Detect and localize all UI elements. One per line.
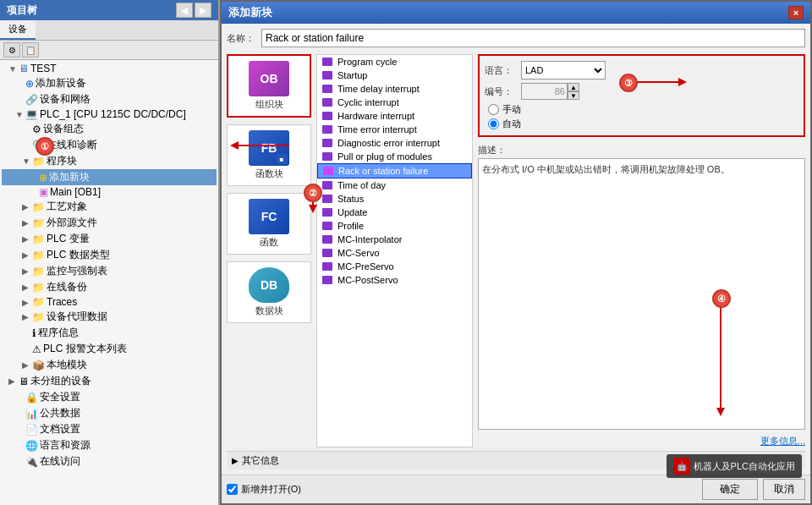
ob-item-status[interactable]: Status bbox=[317, 192, 472, 206]
radio-auto[interactable]: 自动 bbox=[488, 118, 798, 130]
tree-item-online-access[interactable]: 🔌 在线访问 bbox=[2, 453, 217, 469]
tree-item-main-ob1[interactable]: ▣ Main [OB1] bbox=[2, 185, 217, 199]
ob-item-pull-plug[interactable]: Pull or plug of modules bbox=[317, 150, 472, 163]
doc-settings-label: 文档设置 bbox=[40, 422, 80, 436]
tree-item-lang[interactable]: 🌐 语言和资源 bbox=[2, 437, 217, 453]
language-row: 语言： LAD FBD STL SCL bbox=[485, 61, 798, 80]
ungrouped-icon: 🖥 bbox=[19, 376, 29, 387]
radio-manual[interactable]: 手动 bbox=[488, 103, 798, 116]
ob-item-rack-failure[interactable]: Rack or station failure bbox=[317, 163, 472, 178]
ob-icon-mc-interpolator bbox=[322, 235, 332, 244]
tree-item-add-device[interactable]: ⊕ 添加新设备 bbox=[2, 75, 217, 91]
tree-item-tech[interactable]: ▶ 📁 工艺对象 bbox=[2, 199, 217, 215]
ob-icon-update bbox=[322, 208, 332, 217]
ob-item-time-of-day[interactable]: Time of day bbox=[317, 178, 472, 192]
fb-block-type[interactable]: FB ■ 函数块 bbox=[227, 124, 311, 186]
plc-types-icon: 📁 bbox=[32, 250, 45, 261]
toolbar-icon1[interactable]: ⚙ bbox=[3, 42, 20, 58]
plc-var-label: PLC 变量 bbox=[47, 232, 90, 246]
more-info-link[interactable]: 更多信息... bbox=[760, 436, 805, 446]
radio-manual-label: 手动 bbox=[502, 103, 521, 116]
lang-label: 语言和资源 bbox=[40, 438, 91, 453]
toolbar-icon2[interactable]: 📋 bbox=[22, 42, 39, 58]
lang-icon: 🌐 bbox=[25, 440, 38, 452]
tree-item-program-info[interactable]: ℹ 程序信息 bbox=[2, 325, 217, 341]
ob-block-type[interactable]: OB 组织块 bbox=[227, 54, 311, 118]
settings-column: 语言： LAD FBD STL SCL 编号： bbox=[478, 54, 805, 447]
ok-button[interactable]: 确定 bbox=[702, 479, 758, 500]
tree-item-device-proxy[interactable]: ▶ 📁 设备代理数据 bbox=[2, 309, 217, 325]
ob-item-mc-preservo[interactable]: MC-PreServo bbox=[317, 260, 472, 273]
tree-item-program-blocks[interactable]: ▼ 📁 程序块 bbox=[2, 153, 217, 169]
fb-label: 函数块 bbox=[255, 167, 283, 180]
tree-item-plc-alarm[interactable]: ⚠ PLC 报警文本列表 bbox=[2, 341, 217, 357]
plc-alarm-label: PLC 报警文本列表 bbox=[43, 342, 127, 356]
checkbox-label[interactable]: 新增并打开(O) bbox=[227, 483, 301, 496]
radio-manual-input[interactable] bbox=[488, 104, 499, 115]
dialog-body: 名称： OB 组织块 bbox=[222, 24, 810, 475]
other-info-label: 其它信息 bbox=[242, 454, 279, 467]
ob-item-diag-error[interactable]: Diagnostic error interrupt bbox=[317, 136, 472, 150]
tree-item-plc1[interactable]: ▼ 💻 PLC_1 [CPU 1215C DC/DC/DC] bbox=[2, 107, 217, 121]
name-input[interactable] bbox=[261, 29, 805, 47]
tree-item-backup[interactable]: ▶ 📁 在线备份 bbox=[2, 279, 217, 295]
ob-item-cyclic[interactable]: Cyclic interrupt bbox=[317, 96, 472, 109]
tree-item-online-diag[interactable]: 🔍 在线和诊断 bbox=[2, 137, 217, 153]
main-ob1-label: Main [OB1] bbox=[50, 186, 101, 198]
plc-var-icon: 📁 bbox=[32, 233, 45, 245]
tree-item-safety[interactable]: 🔒 安全设置 bbox=[2, 389, 217, 405]
tree-item-test[interactable]: ▼ 🖥 TEST bbox=[2, 62, 217, 75]
tree-item-network[interactable]: 🔗 设备和网络 bbox=[2, 91, 217, 107]
language-select[interactable]: LAD FBD STL SCL bbox=[521, 61, 606, 80]
ob-item-profile[interactable]: Profile bbox=[317, 219, 472, 233]
annotation-4: ④ bbox=[712, 289, 731, 308]
cancel-button[interactable]: 取消 bbox=[763, 479, 805, 500]
tree-item-plc-types[interactable]: ▶ 📁 PLC 数据类型 bbox=[2, 247, 217, 263]
device-tab[interactable]: 设备 bbox=[0, 20, 36, 40]
ob-icon-status bbox=[322, 195, 332, 203]
ob-item-mc-servo[interactable]: MC-Servo bbox=[317, 246, 472, 260]
spin-down[interactable]: ▼ bbox=[568, 91, 579, 100]
safety-icon: 🔒 bbox=[25, 392, 38, 403]
other-info-arrow: ▶ bbox=[232, 456, 239, 465]
add-block-dialog: 添加新块 × 名称： OB 组织块 bbox=[220, 0, 812, 505]
tree-item-monitor[interactable]: ▶ 📁 监控与强制表 bbox=[2, 263, 217, 279]
tree-content: ▼ 🖥 TEST ⊕ 添加新设备 🔗 设备和网络 ▼ 💻 PLC_1 [CPU … bbox=[0, 60, 218, 505]
radio-auto-input[interactable] bbox=[488, 118, 499, 129]
db-block-type[interactable]: DB 数据块 bbox=[227, 261, 311, 323]
ob-item-time-delay[interactable]: Time delay interrupt bbox=[317, 82, 472, 96]
ob-item-update[interactable]: Update bbox=[317, 206, 472, 219]
tech-label: 工艺对象 bbox=[47, 200, 87, 214]
external-icon: 📁 bbox=[32, 217, 45, 229]
collapse-btn[interactable]: ◀ bbox=[176, 3, 193, 18]
ob-icon-profile bbox=[322, 222, 332, 230]
expand-btn[interactable]: ▶ bbox=[195, 3, 211, 18]
tree-item-traces[interactable]: ▶ 📁 Traces bbox=[2, 295, 217, 309]
tree-item-external[interactable]: ▶ 📁 外部源文件 bbox=[2, 215, 217, 231]
online-access-icon: 🔌 bbox=[25, 456, 38, 468]
number-input[interactable] bbox=[521, 83, 568, 100]
tree-item-device-config[interactable]: ⚙ 设备组态 bbox=[2, 121, 217, 137]
tree-item-local-modules[interactable]: ▶ 📦 本地模块 bbox=[2, 357, 217, 373]
tree-item-doc-settings[interactable]: 📄 文档设置 bbox=[2, 421, 217, 437]
plc1-icon: 💻 bbox=[25, 108, 38, 120]
dialog-close-button[interactable]: × bbox=[788, 6, 804, 19]
ob-item-startup[interactable]: Startup bbox=[317, 69, 472, 82]
dialog-footer: 新增并打开(O) 确定 取消 bbox=[222, 475, 810, 503]
tree-item-ungrouped[interactable]: ▶ 🖥 未分组的设备 bbox=[2, 373, 217, 389]
ob-item-program-cycle[interactable]: Program cycle bbox=[317, 55, 472, 69]
ob-item-time-error[interactable]: Time error interrupt bbox=[317, 123, 472, 136]
public-data-label: 公共数据 bbox=[40, 406, 80, 420]
tree-item-add-block[interactable]: ⊕ 添加新块 bbox=[2, 169, 217, 185]
ob-item-mc-interpolator[interactable]: MC-Interpolator bbox=[317, 233, 472, 246]
ob-item-mc-postservo[interactable]: MC-PostServo bbox=[317, 273, 472, 287]
fc-block-type[interactable]: FC 函数 bbox=[227, 193, 311, 255]
name-label: 名称： bbox=[227, 32, 255, 45]
spin-up[interactable]: ▲ bbox=[568, 83, 579, 91]
ob-item-hardware[interactable]: Hardware interrupt bbox=[317, 109, 472, 123]
tree-item-plc-var[interactable]: ▶ 📁 PLC 变量 bbox=[2, 231, 217, 247]
tree-item-public-data[interactable]: 📊 公共数据 bbox=[2, 405, 217, 421]
number-spinner: ▲ ▼ bbox=[521, 83, 579, 100]
open-checkbox[interactable] bbox=[227, 484, 238, 495]
tree-toolbar: ⚙ 📋 bbox=[0, 41, 218, 60]
